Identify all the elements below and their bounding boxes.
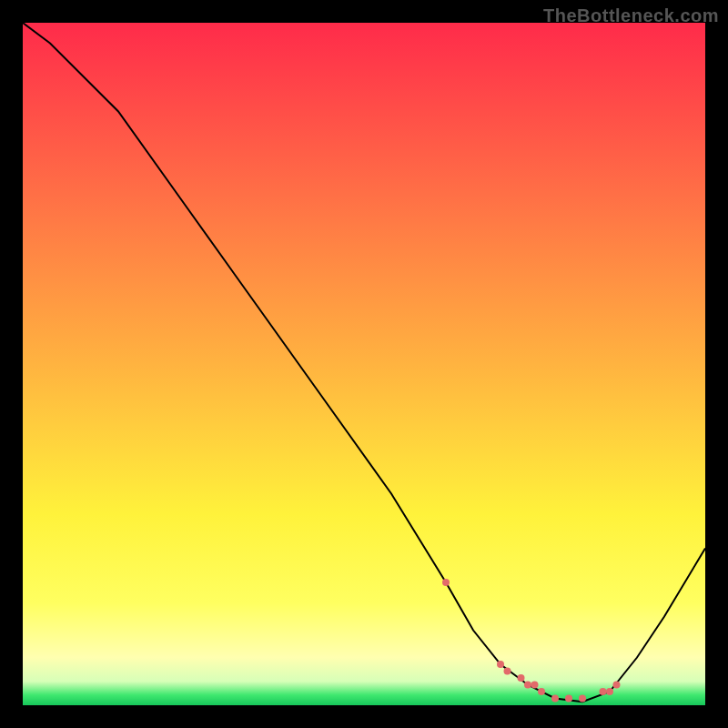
marker-point xyxy=(524,682,531,689)
marker-point xyxy=(518,674,525,682)
marker-point xyxy=(504,668,511,675)
marker-point xyxy=(613,682,621,689)
marker-point xyxy=(579,695,586,703)
marker-point xyxy=(497,661,504,668)
marker-point xyxy=(600,688,607,695)
marker-point xyxy=(531,682,539,689)
chart-frame: TheBottleneck.com xyxy=(0,0,728,728)
marker-point xyxy=(565,695,572,703)
marker-point xyxy=(606,688,613,695)
gradient-background xyxy=(23,23,705,705)
chart-svg xyxy=(23,23,705,705)
marker-point xyxy=(442,579,450,586)
marker-point xyxy=(551,695,559,703)
plot-area xyxy=(23,23,705,705)
marker-point xyxy=(538,688,545,695)
